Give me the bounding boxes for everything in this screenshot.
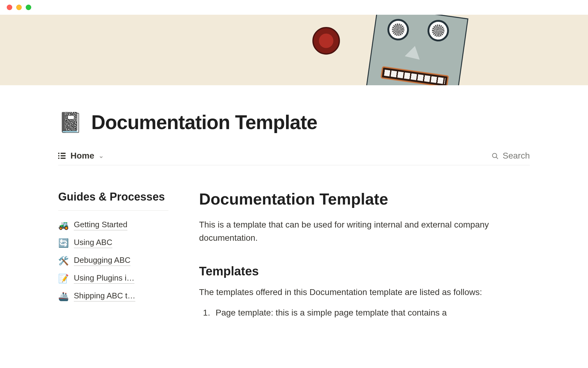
sidebar-item-debugging-abc[interactable]: 🛠️ Debugging ABC	[58, 252, 168, 270]
content-section-body: The templates offered in this Documentat…	[199, 286, 499, 299]
cover-image[interactable]	[0, 15, 588, 85]
sidebar-list: 🚜 Getting Started 🔄 Using ABC 🛠️ Debuggi…	[58, 216, 168, 305]
traffic-light-minimize-icon[interactable]	[16, 5, 22, 10]
page-header: 📓 Documentation Template	[58, 111, 530, 134]
search-label: Search	[503, 151, 530, 161]
svg-point-0	[492, 153, 497, 158]
main-content: Documentation Template This is a templat…	[199, 190, 499, 320]
view-tab-bar: Home ⌄ Search	[58, 151, 530, 165]
traffic-light-zoom-icon[interactable]	[26, 5, 31, 10]
divider	[58, 210, 168, 211]
sidebar-item-shipping-abc[interactable]: 🚢 Shipping ABC t…	[58, 287, 168, 305]
sidebar-item-label: Using ABC	[74, 238, 112, 248]
ship-icon: 🚢	[58, 291, 69, 301]
refresh-icon: 🔄	[58, 238, 69, 248]
search-icon	[492, 152, 499, 159]
search-button[interactable]: Search	[492, 151, 530, 161]
sidebar-heading: Guides & Processes	[58, 190, 168, 204]
templates-list-item: Page template: this is a simple page tem…	[213, 306, 499, 319]
page-icon[interactable]: 📓	[58, 113, 83, 132]
chevron-down-icon[interactable]: ⌄	[99, 152, 104, 159]
view-tab-label: Home	[70, 151, 94, 161]
content-lead: This is a template that can be used for …	[199, 218, 499, 245]
cover-illustration-robot	[337, 15, 484, 85]
sidebar-item-label: Getting Started	[74, 220, 127, 230]
tools-icon: 🛠️	[58, 256, 69, 266]
sidebar-item-using-abc[interactable]: 🔄 Using ABC	[58, 234, 168, 252]
list-icon	[58, 152, 66, 160]
sidebar-item-label: Using Plugins i…	[74, 273, 134, 284]
page-title[interactable]: Documentation Template	[91, 111, 317, 134]
memo-icon: 📝	[58, 274, 69, 284]
sidebar-item-label: Debugging ABC	[74, 255, 130, 266]
tractor-icon: 🚜	[58, 220, 69, 230]
sidebar: Guides & Processes 🚜 Getting Started 🔄 U…	[58, 190, 168, 320]
sidebar-item-getting-started[interactable]: 🚜 Getting Started	[58, 216, 168, 234]
sidebar-item-label: Shipping ABC t…	[74, 291, 135, 301]
templates-list: Page template: this is a simple page tem…	[199, 306, 499, 319]
traffic-light-close-icon[interactable]	[7, 5, 12, 10]
window-titlebar	[0, 0, 588, 15]
content-heading: Documentation Template	[199, 190, 499, 208]
sidebar-item-using-plugins[interactable]: 📝 Using Plugins i…	[58, 270, 168, 287]
content-section-heading: Templates	[199, 264, 499, 278]
svg-line-1	[496, 157, 498, 159]
view-tab-home[interactable]: Home ⌄	[58, 151, 104, 161]
